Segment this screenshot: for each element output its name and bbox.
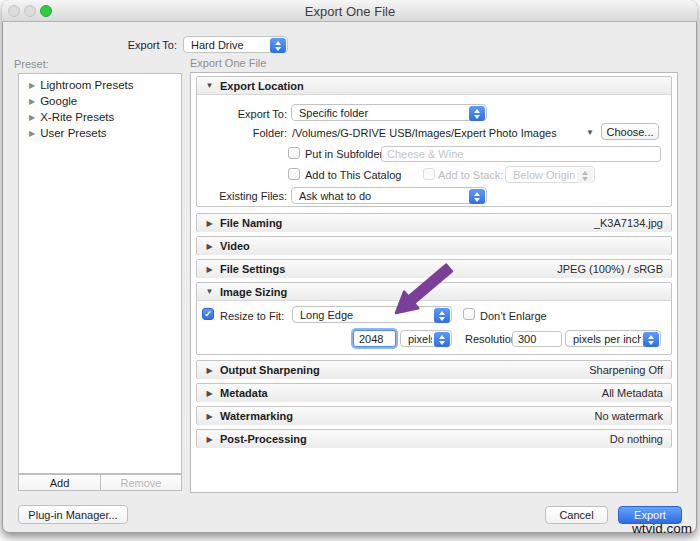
chevron-down-icon — [582, 177, 588, 181]
location-export-to-popup[interactable]: Specific folder — [291, 104, 487, 121]
section-metadata: ▶ Metadata All Metadata — [196, 383, 672, 402]
section-file-naming: ▶ File Naming _K3A7134.jpg — [196, 213, 672, 232]
disclosure-closed-icon[interactable]: ▶ — [205, 435, 214, 444]
tree-disclosure-icon[interactable]: ▶ — [29, 113, 35, 122]
sidebar-item-label: User Presets — [40, 127, 106, 139]
chevron-down-icon — [648, 341, 654, 345]
zoom-icon[interactable] — [40, 5, 52, 17]
chevron-down-icon — [474, 115, 480, 119]
resolution-value-input[interactable] — [512, 331, 562, 347]
chevron-down-icon — [439, 341, 445, 345]
section-header-image-sizing[interactable]: ▼ Image Sizing — [197, 283, 671, 301]
put-in-subfolder-checkbox[interactable] — [288, 147, 300, 159]
chevron-up-icon — [439, 311, 445, 315]
sidebar-item-user-presets[interactable]: ▶ User Presets — [29, 127, 107, 139]
export-to-popup[interactable]: Hard Drive — [183, 36, 288, 53]
location-export-to-label: Export To: — [217, 108, 287, 120]
disclosure-closed-icon[interactable]: ▶ — [205, 366, 214, 375]
tree-disclosure-icon[interactable]: ▶ — [29, 129, 35, 138]
plugin-manager-button[interactable]: Plug-in Manager... — [18, 505, 128, 524]
disclosure-closed-icon[interactable]: ▶ — [205, 219, 214, 228]
section-summary-value: _K3A7134.jpg — [594, 217, 663, 229]
checkmark-icon: ✓ — [204, 309, 212, 319]
section-watermarking: ▶ Watermarking No watermark — [196, 406, 672, 425]
chevron-down-icon — [474, 198, 480, 202]
size-unit-value: pixels — [408, 333, 432, 345]
resolution-unit-popup[interactable]: pixels per inch — [565, 330, 661, 347]
popup-stepper-icon — [434, 308, 450, 323]
sidebar-item-label: X-Rite Presets — [40, 111, 114, 123]
popup-stepper-icon — [469, 106, 485, 121]
popup-stepper-icon — [469, 189, 485, 204]
section-summary-value: All Metadata — [602, 387, 663, 399]
section-output-sharpening: ▶ Output Sharpening Sharpening Off — [196, 360, 672, 379]
size-unit-popup[interactable]: pixels — [400, 330, 452, 347]
subfolder-name-input[interactable] — [381, 146, 661, 162]
section-title: Export Location — [220, 80, 304, 92]
section-title: Watermarking — [220, 410, 293, 422]
choose-folder-button[interactable]: Choose... — [601, 123, 659, 140]
add-to-catalog-checkbox[interactable] — [288, 168, 300, 180]
cancel-button[interactable]: Cancel — [545, 506, 608, 524]
tree-disclosure-icon[interactable]: ▶ — [29, 97, 35, 106]
existing-files-label: Existing Files: — [207, 190, 287, 202]
existing-files-popup[interactable]: Ask what to do — [291, 187, 487, 204]
add-to-stack-popup[interactable]: Below Original — [505, 166, 595, 183]
disclosure-closed-icon[interactable]: ▶ — [205, 389, 214, 398]
export-dialog-screen: Export One File Export To: Hard Drive Pr… — [0, 0, 700, 541]
disclosure-open-icon[interactable]: ▼ — [205, 81, 214, 90]
chevron-up-icon — [474, 192, 480, 196]
section-title: Image Sizing — [220, 286, 287, 298]
sidebar-item-xrite-presets[interactable]: ▶ X-Rite Presets — [29, 111, 114, 123]
disclosure-open-icon[interactable]: ▼ — [205, 287, 214, 296]
disclosure-closed-icon[interactable]: ▶ — [205, 265, 214, 274]
remove-preset-button[interactable]: Remove — [100, 474, 182, 491]
resolution-unit-value: pixels per inch — [573, 333, 641, 345]
existing-files-value: Ask what to do — [299, 190, 467, 202]
section-summary-value: No watermark — [595, 410, 663, 422]
minimize-icon[interactable] — [24, 5, 36, 17]
preset-label: Preset: — [14, 58, 49, 70]
section-header-watermarking[interactable]: ▶ Watermarking No watermark — [197, 407, 671, 425]
disclosure-closed-icon[interactable]: ▶ — [205, 412, 214, 421]
add-to-stack-label: Add to Stack: — [438, 169, 503, 181]
sidebar-item-label: Google — [40, 95, 77, 107]
section-video: ▶ Video — [196, 236, 672, 255]
put-in-subfolder-label: Put in Subfolder: — [305, 148, 386, 160]
section-summary-value: Do nothing — [610, 433, 663, 445]
popup-stepper-icon — [643, 332, 659, 347]
sidebar-item-google[interactable]: ▶ Google — [29, 95, 77, 107]
dont-enlarge-checkbox[interactable] — [463, 308, 475, 320]
disclosure-closed-icon[interactable]: ▶ — [205, 242, 214, 251]
section-header-post-processing[interactable]: ▶ Post-Processing Do nothing — [197, 430, 671, 448]
tree-disclosure-icon[interactable]: ▶ — [29, 81, 35, 90]
section-header-output-sharpening[interactable]: ▶ Output Sharpening Sharpening Off — [197, 361, 671, 379]
folder-path: /Volumes/G-DRIVE USB/Images/Expert Photo… — [292, 127, 557, 139]
section-header-export-location[interactable]: ▼ Export Location — [197, 77, 671, 95]
add-preset-button[interactable]: Add — [18, 474, 101, 491]
popup-stepper-icon — [270, 38, 286, 53]
chevron-up-icon — [439, 335, 445, 339]
export-to-label: Export To: — [115, 39, 177, 51]
panel-title: Export One File — [190, 57, 266, 69]
add-to-stack-checkbox[interactable] — [423, 168, 435, 180]
chevron-up-icon — [582, 171, 588, 175]
size-value-input[interactable] — [353, 330, 396, 347]
location-export-to-value: Specific folder — [299, 107, 467, 119]
resize-to-fit-popup[interactable]: Long Edge — [292, 306, 452, 323]
section-header-video[interactable]: ▶ Video — [197, 237, 671, 255]
resize-to-fit-checkbox[interactable]: ✓ — [202, 308, 214, 320]
sidebar-item-lightroom-presets[interactable]: ▶ Lightroom Presets — [29, 79, 133, 91]
chevron-down-icon — [439, 317, 445, 321]
chevron-up-icon — [275, 41, 281, 45]
folder-menu-arrow-icon[interactable]: ▼ — [586, 128, 594, 137]
section-header-file-settings[interactable]: ▶ File Settings JPEG (100%) / sRGB — [197, 260, 671, 278]
section-header-metadata[interactable]: ▶ Metadata All Metadata — [197, 384, 671, 402]
chevron-up-icon — [474, 109, 480, 113]
resize-to-fit-value: Long Edge — [300, 309, 432, 321]
section-title: Video — [220, 240, 250, 252]
section-header-file-naming[interactable]: ▶ File Naming _K3A7134.jpg — [197, 214, 671, 232]
chevron-up-icon — [648, 335, 654, 339]
export-to-popup-value: Hard Drive — [191, 39, 268, 51]
close-icon[interactable] — [8, 5, 20, 17]
